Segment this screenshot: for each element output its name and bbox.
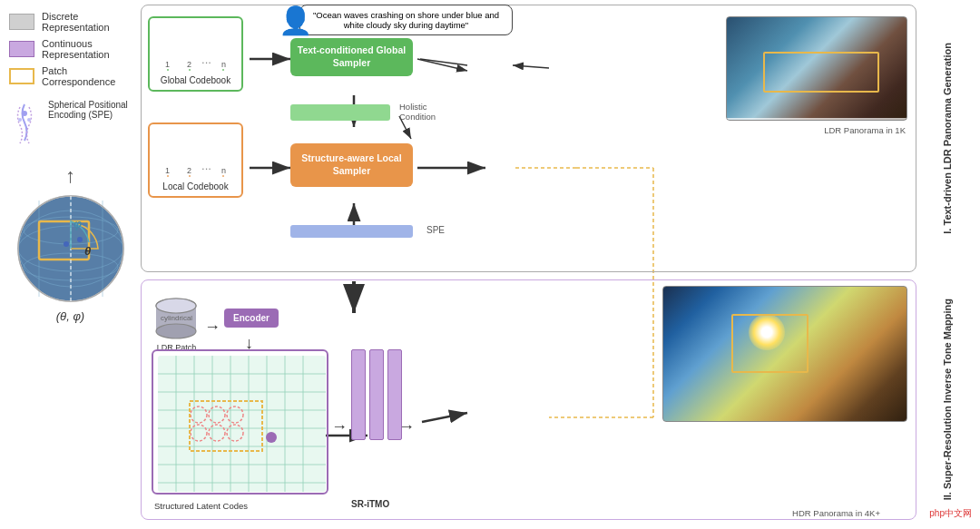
bar1-label: 1 <box>165 60 170 69</box>
barn-wrapper: n <box>214 60 233 71</box>
top-section-label-container: I. Text-driven LDR Panorama Generation <box>916 5 980 272</box>
bar1-green <box>167 69 169 71</box>
obar2-wrapper: 2 <box>180 166 199 177</box>
svg-line-37 <box>513 65 549 68</box>
svg-text:θ: θ <box>84 244 91 258</box>
text-sampler-box: Text-conditioned Global Sampler <box>290 38 413 76</box>
diagram-area: I. Text-driven LDR Panorama Generation 1… <box>141 0 980 529</box>
svg-point-15 <box>64 241 69 247</box>
bottom-section-label-container: II. Super-Resolution Inverse Tone Mappin… <box>916 279 980 520</box>
text-sampler-label: Text-conditioned Global Sampler <box>290 44 413 69</box>
sritmo-bars <box>351 340 402 440</box>
patch-label: Patch Correspondence <box>42 65 115 87</box>
bar2-wrapper: 2 <box>180 60 199 71</box>
spe-label: Spherical Positional Encoding (SPE) <box>48 100 128 120</box>
holistic-label: Holistic Condition <box>399 102 436 122</box>
holistic-bar <box>290 104 390 121</box>
obarn-wrapper: n <box>214 166 233 177</box>
svg-text:cylindrical: cylindrical <box>161 314 192 322</box>
bottom-section-label: II. Super-Resolution Inverse Tone Mappin… <box>941 299 955 500</box>
obar1-label: 1 <box>165 166 170 175</box>
sritmo-to-hdr-arrow: → <box>398 417 415 436</box>
svg-rect-48 <box>158 356 326 492</box>
legend-panel: Discrete Representation Continuous Repre… <box>0 0 141 529</box>
svg-text:φ: φ <box>74 217 82 230</box>
speech-bubble-text: "Ocean waves crashing on shore under blu… <box>313 10 499 30</box>
global-codebook: 1 2 ... n Global Codebook <box>148 16 243 92</box>
legend-patch: Patch Correspondence <box>9 65 132 87</box>
obar2-label: 2 <box>187 166 191 175</box>
obar2 <box>189 175 191 177</box>
barn-label: n <box>221 60 226 69</box>
yellow-box-ldr <box>763 52 880 93</box>
continuous-label: Continuous Representation <box>42 38 110 60</box>
codebook-bars-orange: 1 2 ... n <box>154 129 237 179</box>
patch-to-encoder-arrow: → <box>204 318 220 337</box>
svg-point-14 <box>77 237 83 242</box>
top-section-label: I. Text-driven LDR Panorama Generation <box>941 43 955 234</box>
global-codebook-label: Global Codebook <box>154 75 237 85</box>
sritmo-label: SR-iTMO <box>351 499 389 509</box>
coords-label: (θ, φ) <box>56 309 84 323</box>
ldr-patch-section: cylindrical LDR Patch <box>152 295 201 352</box>
dots-green: ... <box>201 53 211 71</box>
spe-bar <box>290 225 413 238</box>
svg-point-2 <box>27 118 31 122</box>
encoder-label: Encoder <box>233 313 270 323</box>
encoder-box: Encoder <box>224 309 279 328</box>
person-icon: 👤 <box>279 5 312 36</box>
legend-continuous: Continuous Representation <box>9 38 132 60</box>
structured-latent-label: Structured Latent Codes <box>154 501 248 511</box>
ldr-panorama <box>726 16 907 121</box>
ldr-panorama-label: LDR Panorama in 1K <box>824 125 906 135</box>
globe-svg: θ φ <box>12 190 130 308</box>
latent-to-sritmo-arrow: → <box>331 417 348 436</box>
obarn <box>222 175 224 177</box>
latent-grid-svg <box>153 351 328 495</box>
legend-spe: Spherical Positional Encoding (SPE) <box>9 100 132 145</box>
bar2-label: 2 <box>187 60 191 69</box>
ldr-panorama-sublabel <box>727 118 906 120</box>
dots-orange: ... <box>201 159 211 177</box>
local-codebook-label: Local Codebook <box>154 181 237 191</box>
svg-line-31 <box>422 413 467 422</box>
obar1-wrapper: 1 <box>158 166 177 177</box>
barn-green <box>222 69 224 71</box>
speech-bubble: "Ocean waves crashing on shore under blu… <box>299 5 513 35</box>
legend-discrete: Discrete Representation <box>9 11 132 33</box>
structured-latent-box <box>152 349 328 495</box>
patch-box <box>9 68 34 84</box>
bar1-wrapper: 1 <box>158 60 177 71</box>
svg-line-27 <box>420 59 467 65</box>
spe-wave-icon <box>9 100 41 145</box>
svg-line-26 <box>417 59 467 71</box>
watermark: php中文网 <box>926 505 975 522</box>
svg-point-1 <box>18 118 22 122</box>
continuous-box <box>9 41 34 57</box>
main-container: Discrete Representation Continuous Repre… <box>0 0 980 529</box>
svg-point-0 <box>22 111 27 116</box>
yellow-box-hdr <box>731 314 808 373</box>
codebook-bars-green: 1 2 ... n <box>154 23 237 73</box>
svg-point-45 <box>156 324 196 338</box>
local-sampler-box: Structure-aware Local Sampler <box>290 143 413 187</box>
local-sampler-label: Structure-aware Local Sampler <box>290 152 413 177</box>
obarn-label: n <box>221 166 226 175</box>
bar2-green <box>189 69 191 71</box>
local-codebook: 1 2 ... n Local Codebook <box>148 122 243 198</box>
sritmo-bar-2 <box>369 349 384 440</box>
up-arrow-icon: ↑ <box>65 164 75 188</box>
spe-label-main: SPE <box>426 225 445 235</box>
discrete-label: Discrete Representation <box>42 11 110 33</box>
svg-point-70 <box>266 432 277 443</box>
discrete-box <box>9 14 34 30</box>
svg-point-46 <box>156 299 196 313</box>
sritmo-bar-1 <box>351 349 366 440</box>
ldr-patch-icon: cylindrical <box>152 295 201 340</box>
hdr-panorama <box>662 286 907 422</box>
globe-section: ↑ <box>9 164 132 518</box>
hdr-panorama-label: HDR Panorama in 4K+ <box>792 508 880 518</box>
obar1 <box>167 175 169 177</box>
